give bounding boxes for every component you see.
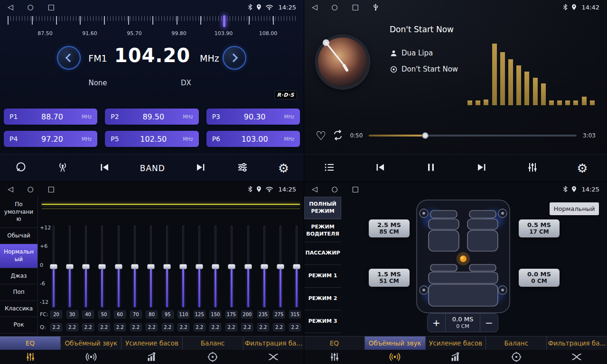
- slider-handle[interactable]: [293, 264, 300, 269]
- nav-home-button[interactable]: ○: [332, 4, 338, 11]
- balance-icon[interactable]: [486, 350, 547, 364]
- eq-band-slider[interactable]: [195, 226, 204, 307]
- next-station-button[interactable]: [195, 161, 207, 175]
- audio-settings-button[interactable]: [236, 161, 249, 175]
- eq-preset-item[interactable]: Поп: [0, 284, 37, 301]
- nav-back-button[interactable]: ◁: [8, 4, 13, 11]
- eq-preset-item[interactable]: Классика: [0, 301, 37, 318]
- eq-band-slider[interactable]: [65, 226, 74, 307]
- tab-eq[interactable]: EQ: [0, 337, 61, 350]
- slider-handle[interactable]: [147, 264, 155, 269]
- nav-back-button[interactable]: ◁: [312, 186, 318, 193]
- tab-bass-boost[interactable]: Усиление басов: [121, 337, 182, 350]
- tab-balance[interactable]: Баланс: [486, 337, 547, 350]
- next-track-button[interactable]: [476, 161, 488, 175]
- settings-button[interactable]: ⚙: [577, 162, 588, 174]
- slider-handle[interactable]: [277, 264, 284, 269]
- tune-up-button[interactable]: [223, 46, 246, 70]
- repeat-button[interactable]: [332, 129, 344, 142]
- preset-button-p3[interactable]: P390.30MHz: [206, 109, 300, 125]
- mode-item[interactable]: РЕЖИМ 1: [304, 265, 341, 288]
- slider-handle[interactable]: [98, 264, 106, 269]
- surround-icon[interactable]: [365, 350, 426, 364]
- progress-thumb[interactable]: [422, 132, 429, 139]
- eq-preset-item[interactable]: Джаз: [0, 268, 37, 285]
- eq-band-slider[interactable]: [227, 226, 236, 307]
- eq-preset-item[interactable]: По умолчанию: [0, 197, 37, 228]
- favorite-button[interactable]: ♡: [316, 130, 326, 142]
- slider-handle[interactable]: [212, 264, 219, 269]
- delay-rear-right[interactable]: 0.0 MS 0 СМ: [519, 269, 560, 287]
- scan-button[interactable]: [15, 161, 27, 175]
- pause-button[interactable]: [425, 161, 437, 175]
- eq-icon[interactable]: [304, 350, 365, 364]
- nav-recents-button[interactable]: □: [352, 186, 359, 193]
- slider-handle[interactable]: [244, 264, 252, 269]
- eq-band-slider[interactable]: [292, 226, 301, 307]
- slider-handle[interactable]: [196, 264, 203, 269]
- field-preset-button[interactable]: Нормальный: [550, 202, 599, 215]
- tab-filter[interactable]: Фильтрация ба...: [547, 337, 607, 350]
- eq-preset-item[interactable]: Рок: [0, 317, 37, 334]
- tab-balance[interactable]: Баланс: [183, 337, 243, 350]
- tune-down-button[interactable]: [57, 46, 81, 70]
- eq-band-slider[interactable]: [260, 226, 269, 307]
- eq-band-slider[interactable]: [163, 226, 171, 307]
- eq-icon[interactable]: [0, 350, 61, 364]
- slider-handle[interactable]: [115, 264, 122, 269]
- eq-band-slider[interactable]: [98, 226, 106, 307]
- eq-band-slider[interactable]: [114, 226, 123, 307]
- bass-boost-icon[interactable]: [121, 350, 182, 364]
- preset-button-p4[interactable]: P497.20MHz: [4, 131, 97, 147]
- eq-band-slider[interactable]: [211, 226, 220, 307]
- eq-band-slider[interactable]: [276, 226, 285, 307]
- slider-handle[interactable]: [228, 264, 235, 269]
- nav-back-button[interactable]: ◁: [312, 4, 318, 11]
- nav-home-button[interactable]: ○: [28, 4, 34, 11]
- tab-bass-boost[interactable]: Усиление басов: [426, 337, 486, 350]
- slider-handle[interactable]: [163, 264, 171, 269]
- delay-increase-button[interactable]: +: [428, 314, 446, 332]
- nav-home-button[interactable]: ○: [332, 186, 338, 193]
- nav-recents-button[interactable]: □: [48, 186, 55, 193]
- eq-band-slider[interactable]: [244, 226, 252, 307]
- eq-preset-item[interactable]: Обычай: [0, 228, 37, 245]
- mode-item[interactable]: РЕЖИМ ВОДИТЕЛЯ: [304, 219, 341, 242]
- nav-back-button[interactable]: ◁: [8, 186, 13, 193]
- nav-recents-button[interactable]: □: [352, 4, 359, 11]
- tab-filter[interactable]: Фильтрация ба...: [243, 337, 304, 350]
- tab-surround-sound[interactable]: Объёмный звук: [61, 337, 121, 350]
- preset-button-p1[interactable]: P188.70MHz: [4, 109, 97, 125]
- slider-handle[interactable]: [131, 264, 139, 269]
- delay-front-left[interactable]: 2.5 MS 85 СМ: [369, 219, 410, 237]
- eq-band-slider[interactable]: [179, 226, 187, 307]
- balance-icon[interactable]: [182, 350, 243, 364]
- eq-band-slider[interactable]: [82, 226, 90, 307]
- previous-station-button[interactable]: [98, 161, 111, 175]
- eq-band-slider[interactable]: [131, 226, 139, 307]
- bass-boost-icon[interactable]: [425, 350, 486, 364]
- slider-handle[interactable]: [261, 264, 268, 269]
- preset-button-p2[interactable]: P289.50MHz: [105, 109, 198, 125]
- slider-handle[interactable]: [82, 264, 90, 269]
- nav-recents-button[interactable]: □: [48, 4, 55, 11]
- preset-button-p6[interactable]: P6103.00MHz: [206, 131, 300, 147]
- frequency-ruler[interactable]: [8, 16, 296, 28]
- surround-icon[interactable]: [61, 350, 121, 364]
- audio-settings-button[interactable]: [526, 161, 539, 175]
- previous-track-button[interactable]: [374, 161, 386, 175]
- nav-home-button[interactable]: ○: [28, 186, 34, 193]
- tab-surround-sound[interactable]: Объёмный звук: [365, 337, 426, 350]
- slider-handle[interactable]: [66, 264, 74, 269]
- eq-band-slider[interactable]: [147, 226, 155, 307]
- eq-preset-item[interactable]: Нормальный: [0, 244, 37, 268]
- delay-decrease-button[interactable]: −: [480, 314, 498, 332]
- seek-bar[interactable]: [369, 132, 577, 139]
- car-seats-illustration[interactable]: [414, 197, 512, 316]
- preset-button-p5[interactable]: P5102.50MHz: [105, 131, 198, 147]
- settings-button[interactable]: ⚙: [278, 162, 289, 174]
- delay-rear-left[interactable]: 1.5 MS 51 СМ: [369, 269, 410, 287]
- delay-front-right[interactable]: 0.5 MS 17 СМ: [519, 219, 560, 237]
- filter-icon[interactable]: [243, 350, 304, 364]
- tab-eq[interactable]: EQ: [304, 337, 365, 350]
